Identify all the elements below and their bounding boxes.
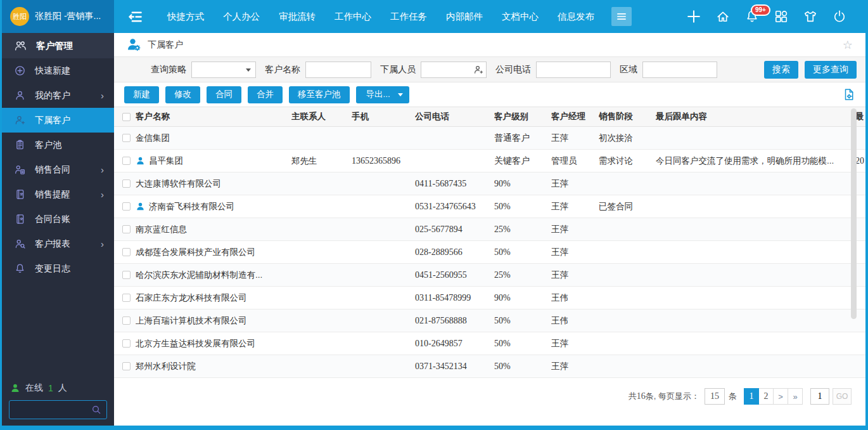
sidebar-item[interactable]: 合同台账 bbox=[2, 207, 114, 231]
row-checkbox[interactable] bbox=[122, 294, 131, 302]
sidebar-item[interactable]: 下属客户 bbox=[2, 108, 114, 133]
stage-cell: 需求讨论 bbox=[599, 155, 656, 167]
chevron-down-icon bbox=[398, 93, 403, 96]
company-phone-label: 公司电话 bbox=[495, 64, 531, 75]
table-row[interactable]: 昌平集团郑先生13652365896关键客户管理员需求讨论今日同客户交流了使用需… bbox=[114, 150, 865, 173]
table-row[interactable]: 北京方生益达科技发展有限公司010-264985750%王萍 bbox=[114, 332, 865, 355]
theme-shirt-icon[interactable] bbox=[803, 10, 817, 23]
page-button[interactable]: 2 bbox=[758, 388, 774, 405]
apps-icon[interactable] bbox=[774, 10, 788, 23]
user-area[interactable]: 胜阳 张胜阳 -营销事... bbox=[2, 0, 114, 33]
person-add-icon[interactable] bbox=[473, 65, 483, 75]
sidebar-item[interactable]: 销售提醒› bbox=[2, 182, 114, 207]
sidebar-item-label: 合同台账 bbox=[35, 214, 70, 225]
next-page-button[interactable]: > bbox=[773, 388, 788, 405]
customer-name: 石家庄东方龙水科技有限公司 bbox=[136, 292, 252, 304]
goto-page-input[interactable] bbox=[810, 388, 829, 405]
collapse-menu-icon[interactable] bbox=[127, 8, 144, 25]
sidebar-item-label: 快速新建 bbox=[35, 65, 70, 77]
action-button[interactable]: 修改 bbox=[165, 86, 200, 103]
row-checkbox[interactable] bbox=[122, 362, 131, 370]
table-row[interactable]: 济南奋飞科技有限公司0531-23476564350%王萍已签合同 bbox=[114, 195, 865, 218]
table-row[interactable]: 哈尔滨庆东水泥辅助材料制造有...0451-256095525%王萍 bbox=[114, 264, 865, 287]
topnav-item[interactable]: 快捷方式 bbox=[158, 0, 214, 33]
sidebar-item[interactable]: 变更日志 bbox=[2, 256, 114, 281]
topnav-item[interactable]: 信息发布 bbox=[548, 0, 604, 33]
go-button[interactable]: GO bbox=[833, 388, 852, 405]
action-button[interactable]: 移至客户池 bbox=[289, 86, 350, 103]
topnav-item[interactable]: 工作中心 bbox=[325, 0, 381, 33]
bell-icon bbox=[15, 263, 25, 274]
topnav-item[interactable]: 工作任务 bbox=[381, 0, 437, 33]
action-button[interactable]: 新建 bbox=[124, 86, 159, 103]
customer-name-cell: 哈尔滨庆东水泥辅助材料制造有... bbox=[136, 270, 291, 281]
notification-badge: 99+ bbox=[751, 4, 770, 16]
table-row[interactable]: 大连康博软件有限公司0411-568743590%王萍 bbox=[114, 173, 865, 195]
sidebar-item-label: 销售提醒 bbox=[35, 189, 70, 200]
table-scrollbar[interactable] bbox=[851, 108, 857, 319]
select-all-checkbox[interactable] bbox=[122, 113, 131, 121]
row-checkbox[interactable] bbox=[122, 339, 131, 348]
row-checkbox[interactable] bbox=[122, 316, 131, 325]
sidebar-header-customer-management[interactable]: 客户管理 bbox=[2, 33, 114, 58]
add-icon[interactable] bbox=[687, 10, 701, 23]
row-checkbox[interactable] bbox=[122, 248, 131, 256]
favorite-star-icon[interactable]: ☆ bbox=[843, 39, 853, 51]
more-menu-button[interactable] bbox=[611, 7, 632, 26]
row-checkbox[interactable] bbox=[122, 225, 131, 233]
page-size-select[interactable]: 15 bbox=[705, 388, 725, 405]
sidebar-item[interactable]: 销售合同› bbox=[2, 157, 114, 182]
document-settings-icon[interactable] bbox=[843, 88, 855, 101]
topnav-item[interactable]: 审批流转 bbox=[269, 0, 325, 33]
row-checkbox[interactable] bbox=[122, 179, 131, 188]
region-input[interactable] bbox=[642, 62, 717, 78]
sidebar-item-label: 销售合同 bbox=[35, 164, 70, 176]
table-body: 金信集团普通客户王萍初次接洽昌平集团郑先生13652365896关键客户管理员需… bbox=[114, 127, 865, 378]
action-button[interactable]: 合同 bbox=[207, 86, 241, 103]
table-row[interactable]: 南京蓝红信息025-567789425%王萍 bbox=[114, 218, 865, 241]
topnav-item[interactable]: 个人办公 bbox=[214, 0, 269, 33]
sidebar-search-input[interactable] bbox=[10, 405, 91, 415]
row-checkbox[interactable] bbox=[122, 157, 131, 165]
company-phone-input[interactable] bbox=[536, 62, 611, 78]
username: 张胜阳 -营销事... bbox=[35, 11, 101, 22]
level-cell: 50% bbox=[494, 202, 551, 212]
page-button[interactable]: 1 bbox=[744, 388, 759, 405]
page-title: 下属客户 bbox=[148, 39, 183, 51]
last-page-button[interactable]: » bbox=[788, 388, 803, 405]
table-row[interactable]: 石家庄东方龙水科技有限公司0311-8547899990%王伟 bbox=[114, 287, 865, 309]
row-checkbox[interactable] bbox=[122, 202, 131, 211]
topnav-item[interactable]: 内部邮件 bbox=[437, 0, 492, 33]
pagination: 共 16 条, 每页显示： 15 条 12>» GO bbox=[114, 378, 865, 405]
table-row[interactable]: 郑州水利设计院0371-345213450%王萍 bbox=[114, 355, 865, 378]
customer-name-cell: 成都莲合发展科技产业有限公司 bbox=[136, 247, 291, 258]
export-button[interactable]: 导出... bbox=[356, 86, 409, 103]
avatar[interactable]: 胜阳 bbox=[10, 7, 29, 26]
search-button[interactable]: 搜索 bbox=[764, 61, 798, 79]
column-header: 手机 bbox=[352, 111, 415, 122]
more-query-button[interactable]: 更多查询 bbox=[805, 61, 857, 79]
manager-cell: 王萍 bbox=[551, 361, 599, 372]
row-checkbox[interactable] bbox=[122, 134, 131, 142]
topbar-main: 快捷方式个人办公审批流转工作中心工作任务内部邮件文档中心信息发布 99+ bbox=[114, 0, 865, 33]
power-logout-icon[interactable] bbox=[833, 10, 846, 23]
home-icon[interactable] bbox=[716, 10, 730, 23]
sidebar-item[interactable]: 快速新建 bbox=[2, 58, 114, 83]
strategy-select[interactable] bbox=[191, 62, 256, 78]
sidebar-item[interactable]: 我的客户› bbox=[2, 83, 114, 108]
manager-cell: 王萍 bbox=[551, 247, 599, 258]
notifications-icon[interactable]: 99+ bbox=[745, 10, 759, 23]
table-row[interactable]: 金信集团普通客户王萍初次接洽 bbox=[114, 127, 865, 150]
table-row[interactable]: 上海百瑞计算机技术有限公司021-8756888850%王伟 bbox=[114, 309, 865, 332]
table-row[interactable]: 成都莲合发展科技产业有限公司028-288956650%王萍 bbox=[114, 241, 865, 264]
sidebar-item[interactable]: 客户报表› bbox=[2, 231, 114, 256]
person-fill-icon bbox=[136, 156, 145, 166]
sidebar-item[interactable]: 客户池 bbox=[2, 133, 114, 157]
action-button[interactable]: 合并 bbox=[248, 86, 283, 103]
search-icon[interactable] bbox=[91, 405, 101, 415]
page-size-unit: 条 bbox=[729, 391, 737, 402]
customer-name-input[interactable] bbox=[305, 62, 371, 78]
row-checkbox[interactable] bbox=[122, 271, 131, 279]
level-cell: 50% bbox=[494, 339, 551, 349]
topnav-item[interactable]: 文档中心 bbox=[492, 0, 548, 33]
